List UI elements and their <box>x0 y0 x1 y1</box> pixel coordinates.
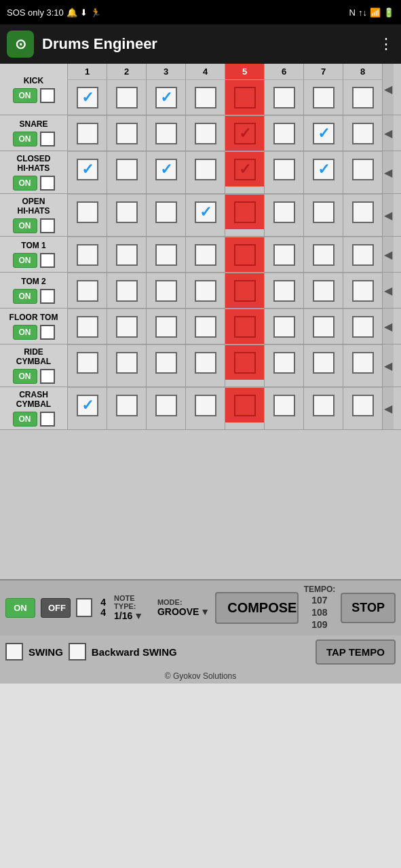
menu-button[interactable]: ⋮ <box>379 35 394 53</box>
beat-checkbox[interactable] <box>313 280 335 302</box>
beat-checkbox[interactable] <box>77 280 98 302</box>
beat-checkbox[interactable] <box>155 123 177 144</box>
beat-checkbox[interactable] <box>352 395 374 416</box>
beat-checkbox[interactable] <box>273 352 295 374</box>
beat-checkbox[interactable] <box>195 244 216 266</box>
on-button[interactable]: ON <box>13 176 37 191</box>
tap-tempo-button[interactable]: TAP TEMPO <box>316 639 396 665</box>
beat-checkbox[interactable] <box>313 352 335 374</box>
beat-checkbox[interactable] <box>195 352 216 374</box>
beat-checkbox[interactable] <box>116 123 138 144</box>
beat-checkbox[interactable] <box>352 316 374 338</box>
beat-checkbox[interactable] <box>352 280 374 302</box>
beat-checkbox[interactable] <box>273 316 295 338</box>
beat-checkbox[interactable] <box>273 159 295 180</box>
beat-checkbox[interactable] <box>195 316 216 338</box>
beat-checkbox[interactable] <box>155 159 177 180</box>
note-type-value[interactable]: 1/16 ▼ <box>114 610 143 621</box>
beat-checkbox[interactable] <box>195 87 216 108</box>
beat-checkbox[interactable] <box>273 244 295 266</box>
beat-checkbox[interactable] <box>273 123 295 144</box>
swing-checkbox[interactable] <box>5 643 23 660</box>
row-checkbox[interactable] <box>40 412 55 427</box>
beat-checkbox[interactable] <box>116 201 138 223</box>
beat-checkbox[interactable] <box>234 87 256 108</box>
beat-checkbox[interactable] <box>313 87 335 108</box>
on-button[interactable]: ON <box>13 132 37 146</box>
beat-checkbox[interactable] <box>116 395 138 416</box>
beat-checkbox[interactable] <box>234 244 256 266</box>
on-button[interactable]: ON <box>13 369 37 384</box>
beat-checkbox[interactable] <box>116 352 138 374</box>
row-checkbox[interactable] <box>40 176 55 191</box>
beat-checkbox[interactable] <box>313 201 335 223</box>
beat-checkbox[interactable] <box>116 244 138 266</box>
beat-checkbox[interactable] <box>77 395 98 416</box>
beat-checkbox[interactable] <box>234 159 256 180</box>
beat-checkbox[interactable] <box>77 244 98 266</box>
beat-checkbox[interactable] <box>352 201 374 223</box>
tempo-scroll[interactable]: 107 108 109 <box>311 594 327 631</box>
beat-checkbox[interactable] <box>313 159 335 180</box>
on-button[interactable]: ON <box>13 412 37 427</box>
beat-checkbox[interactable] <box>77 316 98 338</box>
stop-button[interactable]: STOP <box>341 593 396 623</box>
beat-checkbox[interactable] <box>352 159 374 180</box>
backward-swing-checkbox[interactable] <box>69 643 86 660</box>
beat-checkbox[interactable] <box>234 395 256 416</box>
beat-checkbox[interactable] <box>77 87 98 108</box>
row-checkbox[interactable] <box>40 369 55 384</box>
beat-checkbox[interactable] <box>313 244 335 266</box>
row-checkbox[interactable] <box>40 289 55 304</box>
beat-checkbox[interactable] <box>116 316 138 338</box>
beat-checkbox[interactable] <box>273 395 295 416</box>
on-button[interactable]: ON <box>13 325 37 340</box>
beat-checkbox[interactable] <box>77 123 98 144</box>
beat-checkbox[interactable] <box>234 316 256 338</box>
beat-checkbox[interactable] <box>195 280 216 302</box>
footer-checkbox[interactable] <box>76 598 92 617</box>
beat-checkbox[interactable] <box>234 123 256 144</box>
beat-checkbox[interactable] <box>155 201 177 223</box>
beat-checkbox[interactable] <box>155 395 177 416</box>
beat-checkbox[interactable] <box>234 352 256 374</box>
beat-checkbox[interactable] <box>234 280 256 302</box>
beat-checkbox[interactable] <box>352 123 374 144</box>
beat-checkbox[interactable] <box>352 352 374 374</box>
beat-checkbox[interactable] <box>155 316 177 338</box>
beat-checkbox[interactable] <box>352 87 374 108</box>
global-off-button[interactable]: OFF <box>41 598 71 618</box>
beat-checkbox[interactable] <box>234 201 256 223</box>
on-button[interactable]: ON <box>13 218 37 233</box>
on-button[interactable]: ON <box>13 253 37 268</box>
beat-checkbox[interactable] <box>155 244 177 266</box>
row-checkbox[interactable] <box>40 132 55 146</box>
beat-checkbox[interactable] <box>195 159 216 180</box>
beat-checkbox[interactable] <box>77 201 98 223</box>
beat-checkbox[interactable] <box>273 201 295 223</box>
beat-checkbox[interactable] <box>195 201 216 223</box>
beat-checkbox[interactable] <box>195 395 216 416</box>
beat-checkbox[interactable] <box>313 123 335 144</box>
beat-checkbox[interactable] <box>155 280 177 302</box>
on-button[interactable]: ON <box>13 289 37 304</box>
mode-value[interactable]: GROOVE ▼ <box>157 606 210 617</box>
beat-checkbox[interactable] <box>116 87 138 108</box>
beat-checkbox[interactable] <box>195 123 216 144</box>
row-checkbox[interactable] <box>40 88 55 103</box>
beat-checkbox[interactable] <box>77 352 98 374</box>
row-checkbox[interactable] <box>40 253 55 268</box>
row-checkbox[interactable] <box>40 218 55 233</box>
beat-checkbox[interactable] <box>155 352 177 374</box>
on-button[interactable]: ON <box>13 88 37 103</box>
beat-checkbox[interactable] <box>273 87 295 108</box>
beat-checkbox[interactable] <box>313 395 335 416</box>
beat-checkbox[interactable] <box>77 159 98 180</box>
beat-checkbox[interactable] <box>116 159 138 180</box>
beat-checkbox[interactable] <box>352 244 374 266</box>
compose-button[interactable]: COMPOSE <box>215 592 298 624</box>
global-on-button[interactable]: ON <box>5 598 35 618</box>
beat-checkbox[interactable] <box>116 280 138 302</box>
beat-checkbox[interactable] <box>155 87 177 108</box>
beat-checkbox[interactable] <box>313 316 335 338</box>
